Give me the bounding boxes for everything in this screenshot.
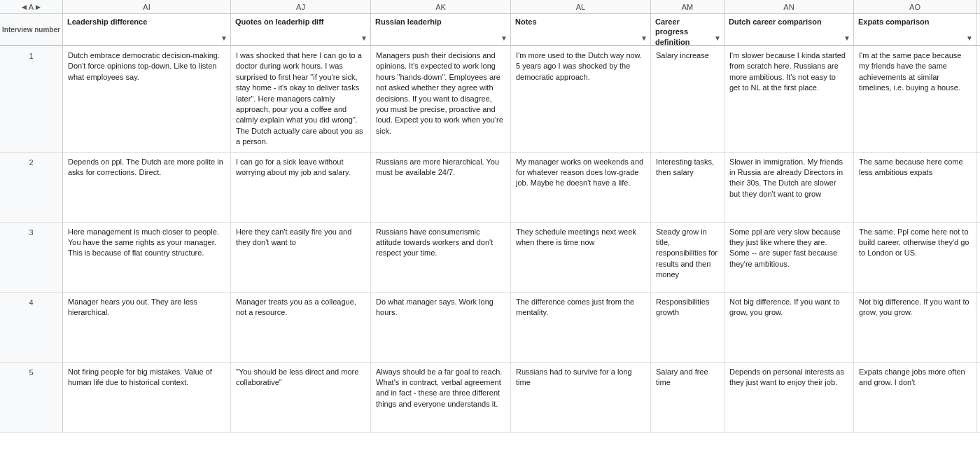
corner-label: A bbox=[29, 3, 34, 11]
cell-ai-0[interactable]: Dutch embrace democratic decision-making… bbox=[63, 46, 231, 152]
cell-an-2[interactable]: Some ppl are very slow because they just… bbox=[724, 223, 854, 292]
filter-an-icon[interactable]: ▼ bbox=[844, 34, 850, 43]
filter-ai-icon[interactable]: ▼ bbox=[220, 34, 227, 43]
cell-aj-0[interactable]: I was shocked that here I can go to a do… bbox=[231, 46, 371, 152]
row-num-cell: 4 bbox=[0, 293, 63, 362]
nav-left-arrow[interactable]: ◀ bbox=[22, 4, 27, 10]
cell-am-0[interactable]: Salary increase bbox=[651, 46, 724, 152]
cell-am-4[interactable]: Salary and free time bbox=[651, 363, 724, 432]
cell-aj-1[interactable]: I can go for a sick leave without worryi… bbox=[231, 153, 371, 222]
col-letter-an[interactable]: AN bbox=[724, 0, 854, 13]
header-ai-label: Leadership difference bbox=[67, 17, 216, 27]
cell-an-0[interactable]: I'm slower because I kinda started from … bbox=[724, 46, 854, 152]
nav-right-arrow[interactable]: ▶ bbox=[36, 4, 41, 10]
cell-ao-0[interactable]: I'm at the same pace because my friends … bbox=[854, 46, 976, 152]
filter-ao-icon[interactable]: ▼ bbox=[966, 34, 973, 43]
header-al-label: Notes bbox=[515, 17, 636, 27]
cell-al-0[interactable]: I'm more used to the Dutch way now. 5 ye… bbox=[511, 46, 651, 152]
header-ai: Leadership difference ▼ bbox=[63, 14, 231, 45]
cell-ak-3[interactable]: Do what manager says. Work long hours. bbox=[371, 293, 511, 362]
header-ak-label: Russian leaderhip bbox=[375, 17, 496, 27]
header-am: Career progress definition ▼ bbox=[651, 14, 724, 45]
data-rows-container: 1 Dutch embrace democratic decision-maki… bbox=[0, 46, 980, 476]
header-ak: Russian leaderhip ▼ bbox=[371, 14, 511, 45]
cell-al-1[interactable]: My manager works on weekends and for wha… bbox=[511, 153, 651, 222]
cell-ai-3[interactable]: Manager hears you out. They are less hie… bbox=[63, 293, 231, 362]
column-letter-row: ◀ A ▶ AI AJ AK AL AM AN AO bbox=[0, 0, 980, 14]
cell-am-2[interactable]: Steady grow in title, responsibilities f… bbox=[651, 223, 724, 292]
col-letter-al[interactable]: AL bbox=[511, 0, 651, 13]
header-am-line3: definition bbox=[655, 37, 710, 47]
cell-ak-4[interactable]: Always should be a far goal to reach. Wh… bbox=[371, 363, 511, 432]
row-num-cell: 2 bbox=[0, 153, 63, 222]
cell-aj-3[interactable]: Manager treats you as a colleague, not a… bbox=[231, 293, 371, 362]
filter-aj-icon[interactable]: ▼ bbox=[360, 34, 368, 43]
header-an: Dutch career comparison ▼ bbox=[724, 14, 854, 45]
header-interview-num-cell: Interview number bbox=[0, 14, 63, 45]
cell-ao-4[interactable]: Expats change jobs more often and grow. … bbox=[854, 363, 976, 432]
row-num-cell: 1 bbox=[0, 46, 63, 152]
table-row[interactable]: 5 Not firing people for big mistakes. Va… bbox=[0, 363, 980, 433]
cell-ao-2[interactable]: The same. Ppl come here not to build car… bbox=[854, 223, 976, 292]
header-an-label: Dutch career comparison bbox=[729, 17, 839, 27]
cell-an-3[interactable]: Not big difference. If you want to grow,… bbox=[724, 293, 854, 362]
col-letter-ao[interactable]: AO bbox=[854, 0, 976, 13]
cell-aj-2[interactable]: Here they can't easily fire you and they… bbox=[231, 223, 371, 292]
cell-ak-1[interactable]: Russians are more hierarchical. You must… bbox=[371, 153, 511, 222]
table-row[interactable]: 3 Here management is much closer to peop… bbox=[0, 223, 980, 293]
header-row: Interview number Leadership difference ▼… bbox=[0, 14, 980, 46]
cell-an-1[interactable]: Slower in immigration. My friends in Rus… bbox=[724, 153, 854, 222]
header-am-line1: Career bbox=[655, 17, 710, 27]
col-letter-aj[interactable]: AJ bbox=[231, 0, 371, 13]
header-interview-num-label: Interview number bbox=[1, 24, 62, 36]
cell-an-4[interactable]: Depends on personal interests as they ju… bbox=[724, 363, 854, 432]
table-row[interactable]: 4 Manager hears you out. They are less h… bbox=[0, 293, 980, 363]
col-letter-ai[interactable]: AI bbox=[63, 0, 231, 13]
cell-al-4[interactable]: Russians had to survive for a long time bbox=[511, 363, 651, 432]
table-row[interactable]: 1 Dutch embrace democratic decision-maki… bbox=[0, 46, 980, 153]
cell-am-3[interactable]: Responsibilities growth bbox=[651, 293, 724, 362]
cell-ai-2[interactable]: Here management is much closer to people… bbox=[63, 223, 231, 292]
spreadsheet: ◀ A ▶ AI AJ AK AL AM AN AO Interview num… bbox=[0, 0, 980, 476]
filter-am-icon[interactable]: ▼ bbox=[714, 34, 721, 43]
cell-am-1[interactable]: Interesting tasks, then salary bbox=[651, 153, 724, 222]
cell-al-3[interactable]: The difference comes just from the menta… bbox=[511, 293, 651, 362]
cell-ak-2[interactable]: Russians have consumerismic attitude tow… bbox=[371, 223, 511, 292]
table-row[interactable]: 2 Depends on ppl. The Dutch are more pol… bbox=[0, 153, 980, 223]
cell-al-2[interactable]: They schedule meetings next week when th… bbox=[511, 223, 651, 292]
filter-al-icon[interactable]: ▼ bbox=[640, 34, 648, 43]
corner-cell: ◀ A ▶ bbox=[0, 0, 63, 13]
cell-ai-4[interactable]: Not firing people for big mistakes. Valu… bbox=[63, 363, 231, 432]
row-num-cell: 5 bbox=[0, 363, 63, 432]
header-aj-label: Quotes on leaderhip diff bbox=[235, 17, 356, 27]
cell-ao-3[interactable]: Not big difference. If you want to grow,… bbox=[854, 293, 976, 362]
cell-ao-1[interactable]: The same because here come less ambitiou… bbox=[854, 153, 976, 222]
cell-ak-0[interactable]: Managers push their decisions and opinio… bbox=[371, 46, 511, 152]
cell-aj-4[interactable]: "You should be less direct and more coll… bbox=[231, 363, 371, 432]
row-num-cell: 3 bbox=[0, 223, 63, 292]
header-am-line2: progress bbox=[655, 27, 710, 36]
header-ao: Expats comparison ▼ bbox=[854, 14, 976, 45]
col-letter-ak[interactable]: AK bbox=[371, 0, 511, 13]
header-ao-label: Expats comparison bbox=[858, 17, 962, 27]
filter-ak-icon[interactable]: ▼ bbox=[500, 34, 507, 43]
cell-ai-1[interactable]: Depends on ppl. The Dutch are more polit… bbox=[63, 153, 231, 222]
col-letter-am[interactable]: AM bbox=[651, 0, 724, 13]
header-al: Notes ▼ bbox=[511, 14, 651, 45]
header-aj: Quotes on leaderhip diff ▼ bbox=[231, 14, 371, 45]
